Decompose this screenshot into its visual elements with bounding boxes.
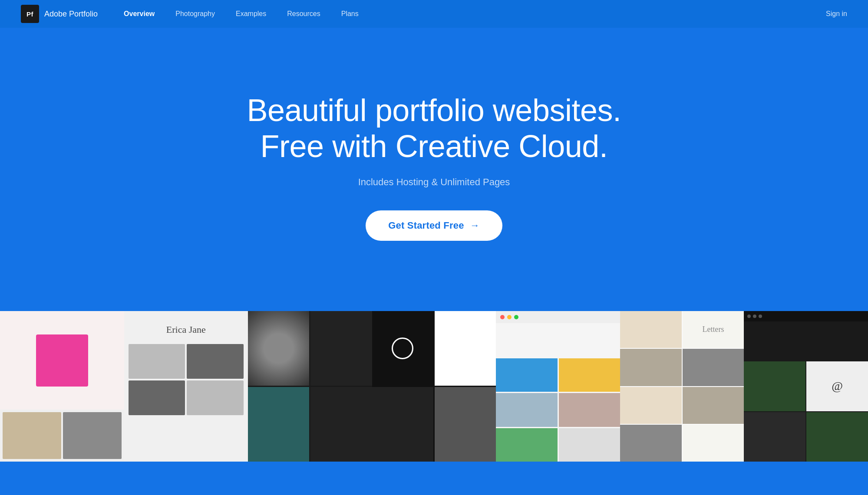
nav-examples[interactable]: Examples bbox=[236, 10, 266, 18]
logo-icon: Pf bbox=[21, 5, 39, 23]
hero-headline: Beautiful portfolio websites. Free with … bbox=[247, 92, 621, 164]
hero-section: Beautiful portfolio websites. Free with … bbox=[0, 28, 868, 288]
logo-letters: Pf bbox=[26, 10, 33, 18]
nav-overview[interactable]: Overview bbox=[124, 10, 155, 18]
brand[interactable]: Pf Adobe Portfolio bbox=[21, 5, 98, 23]
portfolio-strip: Erica Jane RobinBoyd bbox=[0, 288, 868, 462]
nav-photography[interactable]: Photography bbox=[175, 10, 215, 18]
navbar: Pf Adobe Portfolio Overview Photography … bbox=[0, 0, 868, 28]
signin-link[interactable]: Sign in bbox=[826, 10, 847, 18]
hero-headline-line1: Beautiful portfolio websites. bbox=[247, 93, 621, 128]
hero-headline-line2: Free with Creative Cloud. bbox=[261, 129, 608, 164]
portfolio-preview-5 bbox=[496, 310, 620, 462]
brand-name: Adobe Portfolio bbox=[44, 10, 98, 19]
get-started-button[interactable]: Get Started Free → bbox=[366, 210, 502, 241]
nav-plans[interactable]: Plans bbox=[341, 10, 359, 18]
cta-label: Get Started Free bbox=[388, 220, 464, 231]
portfolio-preview-7: @ bbox=[744, 310, 868, 462]
portfolio-preview-6: Letters bbox=[620, 310, 744, 462]
portfolio-preview-2: Erica Jane bbox=[124, 310, 248, 462]
hero-subtext: Includes Hosting & Unlimited Pages bbox=[358, 177, 510, 188]
nav-links: Overview Photography Examples Resources … bbox=[124, 10, 826, 18]
portfolio-preview-1 bbox=[0, 310, 124, 462]
nav-resources[interactable]: Resources bbox=[287, 10, 320, 18]
portfolio-preview-4: RobinBoyd bbox=[372, 310, 496, 462]
cta-arrow: → bbox=[470, 220, 480, 231]
portfolio-preview-3 bbox=[248, 310, 372, 462]
